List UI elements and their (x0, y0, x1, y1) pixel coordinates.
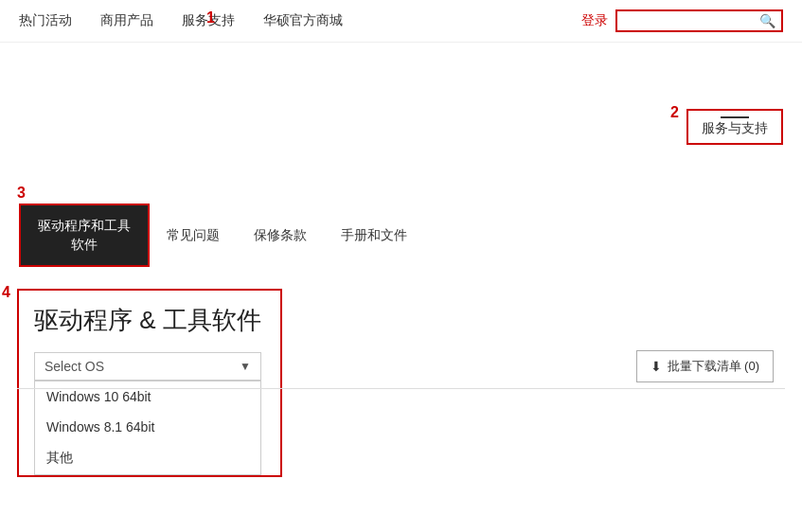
driver-section-title: 驱动程序 & 工具软件 (34, 304, 265, 337)
batch-download-button[interactable]: ⬇ 批量下载清单 (0) (636, 350, 775, 382)
select-os-container: Select OS ▼ Windows 10 64bit Windows 8.1… (34, 352, 265, 475)
top-navigation: 热门活动 商用产品 服务支持 华硕官方商城 登录 🔍 (0, 0, 802, 43)
tab-manuals[interactable]: 手册和文件 (324, 216, 424, 256)
login-button[interactable]: 登录 (581, 12, 608, 29)
search-icon[interactable]: 🔍 (759, 13, 775, 28)
service-support-button[interactable]: 服务与支持 (686, 109, 783, 145)
os-dropdown-list: Windows 10 64bit Windows 8.1 64bit 其他 (34, 381, 261, 475)
nav-right: 登录 🔍 (581, 9, 783, 32)
service-line-icon (721, 116, 749, 118)
annotation-4: 4 (2, 284, 10, 301)
select-os-label: Select OS (45, 359, 104, 374)
batch-download-label: 批量下载清单 (0) (668, 358, 760, 375)
dropdown-arrow-icon: ▼ (240, 360, 251, 373)
nav-items: 热门活动 商用产品 服务支持 华硕官方商城 (19, 12, 581, 29)
nav-item-store[interactable]: 华硕官方商城 (263, 12, 343, 29)
nav-item-hot-events[interactable]: 热门活动 (19, 12, 72, 29)
os-option-other[interactable]: 其他 (35, 442, 260, 474)
tab-faq[interactable]: 常见问题 (150, 216, 237, 256)
annotation-3: 3 (17, 185, 26, 202)
annotation-1: 1 (206, 9, 215, 27)
annotation-2: 2 (670, 104, 679, 121)
os-option-win81[interactable]: Windows 8.1 64bit (35, 412, 260, 442)
select-os-dropdown[interactable]: Select OS ▼ (34, 352, 261, 381)
tab-drivers[interactable]: 驱动程序和工具软件 (19, 204, 150, 267)
service-support-label: 服务与支持 (702, 120, 768, 137)
download-icon: ⬇ (651, 359, 662, 374)
tabs-area: 驱动程序和工具软件 常见问题 保修条款 手册和文件 (19, 204, 424, 267)
search-input[interactable] (623, 14, 756, 28)
tab-warranty[interactable]: 保修条款 (237, 216, 324, 256)
driver-section: 驱动程序 & 工具软件 Select OS ▼ Windows 10 64bit… (17, 289, 282, 477)
os-option-win10[interactable]: Windows 10 64bit (35, 381, 260, 412)
divider-line (17, 388, 785, 389)
search-box: 🔍 (615, 9, 783, 32)
nav-item-business[interactable]: 商用产品 (100, 12, 153, 29)
